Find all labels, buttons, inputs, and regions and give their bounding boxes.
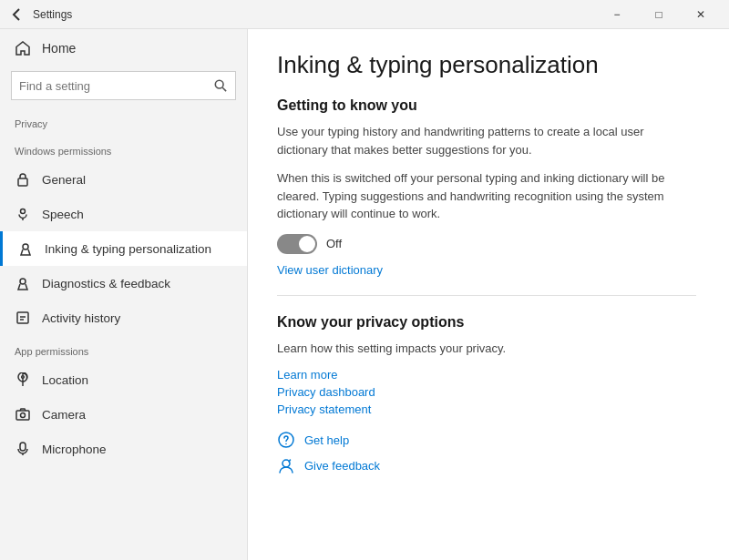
- toggle-row: Off: [277, 234, 700, 254]
- search-box[interactable]: [11, 71, 236, 100]
- get-help-label: Get help: [304, 433, 349, 447]
- section-divider: [277, 295, 696, 296]
- microphone-icon: [15, 441, 31, 457]
- sidebar: Home Privacy Windows permissions: [0, 29, 248, 560]
- give-feedback-icon: [277, 456, 295, 474]
- microphone-label: Microphone: [42, 443, 107, 456]
- sidebar-item-inking[interactable]: Inking & typing personalization: [0, 231, 247, 266]
- getting-to-know-para2: When this is switched off your personal …: [277, 169, 696, 223]
- sidebar-item-diagnostics[interactable]: Diagnostics & feedback: [0, 266, 247, 300]
- svg-point-17: [285, 443, 287, 445]
- content-area: Inking & typing personalization Getting …: [248, 29, 729, 560]
- lock-icon: [15, 171, 31, 188]
- sidebar-item-microphone[interactable]: Microphone: [0, 432, 247, 466]
- back-button[interactable]: [7, 5, 26, 24]
- svg-rect-2: [18, 178, 27, 186]
- diagnostics-icon: [15, 275, 31, 291]
- privacy-statement-link[interactable]: Privacy statement: [277, 402, 700, 416]
- app-permissions-label: App permissions: [0, 335, 247, 362]
- camera-label: Camera: [42, 408, 86, 422]
- location-label: Location: [42, 373, 88, 387]
- speech-icon: [15, 206, 31, 222]
- location-icon: [15, 372, 31, 388]
- svg-point-5: [23, 244, 28, 249]
- inking-label: Inking & typing personalization: [45, 242, 211, 256]
- learn-more-link[interactable]: Learn more: [277, 368, 700, 382]
- give-feedback-label: Give feedback: [304, 459, 380, 473]
- diagnostics-label: Diagnostics & feedback: [42, 277, 170, 290]
- sidebar-item-home[interactable]: Home: [0, 29, 247, 67]
- search-icon: [206, 79, 235, 92]
- sidebar-item-speech[interactable]: Speech: [0, 197, 247, 231]
- sidebar-item-activity[interactable]: Activity history: [0, 300, 247, 335]
- maximize-button[interactable]: □: [638, 0, 680, 29]
- activity-icon: [15, 310, 31, 326]
- speech-label: Speech: [42, 208, 84, 221]
- svg-rect-14: [20, 443, 26, 451]
- inking-toggle[interactable]: [277, 234, 317, 254]
- search-input[interactable]: [12, 79, 206, 93]
- page-title: Inking & typing personalization: [277, 51, 700, 79]
- home-icon: [15, 40, 31, 56]
- svg-line-1: [222, 87, 226, 91]
- give-feedback-row[interactable]: Give feedback: [277, 456, 700, 474]
- title-bar: Settings − □ ✕: [0, 0, 729, 29]
- inking-icon: [17, 240, 34, 257]
- get-help-icon: [277, 431, 295, 449]
- svg-point-13: [21, 413, 26, 418]
- app-body: Home Privacy Windows permissions: [0, 29, 729, 560]
- windows-permissions-label: Windows permissions: [0, 135, 247, 162]
- camera-icon: [15, 406, 31, 423]
- svg-rect-12: [16, 411, 29, 420]
- svg-point-0: [215, 80, 223, 88]
- privacy-heading: Know your privacy options: [277, 314, 700, 331]
- svg-rect-7: [17, 312, 28, 323]
- toggle-label: Off: [326, 237, 342, 250]
- sidebar-item-general[interactable]: General: [0, 162, 247, 197]
- getting-to-know-para1: Use your typing history and handwriting …: [277, 123, 696, 158]
- privacy-dashboard-link[interactable]: Privacy dashboard: [277, 385, 700, 399]
- activity-label: Activity history: [42, 311, 120, 325]
- general-label: General: [42, 173, 86, 187]
- window-title: Settings: [33, 8, 596, 21]
- sidebar-item-location[interactable]: Location: [0, 362, 247, 397]
- close-button[interactable]: ✕: [680, 0, 722, 29]
- svg-point-6: [20, 279, 26, 284]
- view-user-dictionary-link[interactable]: View user dictionary: [277, 263, 700, 277]
- sidebar-item-camera[interactable]: Camera: [0, 397, 247, 432]
- toggle-knob: [299, 236, 315, 252]
- privacy-desc: Learn how this setting impacts your priv…: [277, 340, 696, 358]
- get-help-row[interactable]: Get help: [277, 431, 700, 449]
- minimize-button[interactable]: −: [596, 0, 638, 29]
- home-label: Home: [42, 41, 76, 56]
- svg-point-3: [21, 209, 26, 214]
- privacy-section-label: Privacy: [0, 107, 247, 135]
- window-controls: − □ ✕: [596, 0, 722, 29]
- privacy-section: Know your privacy options Learn how this…: [277, 314, 700, 417]
- getting-to-know-heading: Getting to know you: [277, 97, 700, 114]
